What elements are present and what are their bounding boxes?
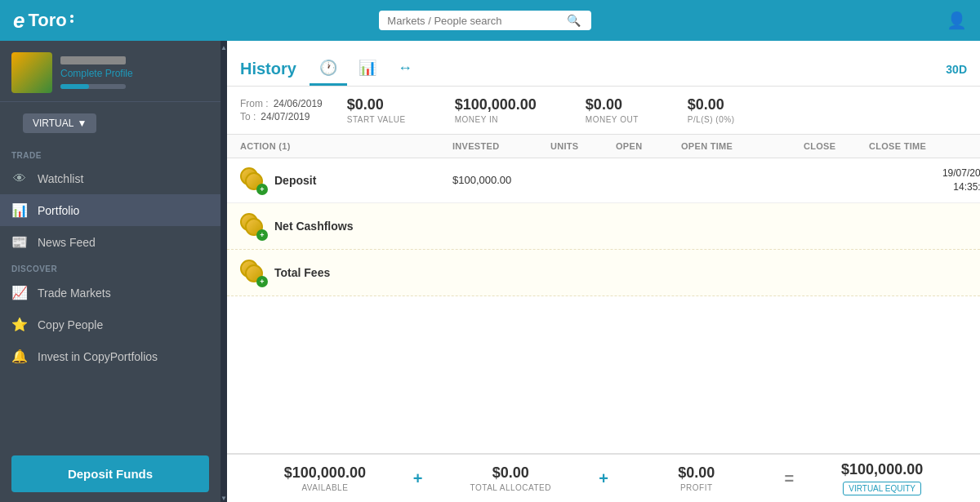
- main-content: History 🕐 📊 ↔ 30D From : 24/06/2019: [227, 41, 980, 502]
- deposit-close-time: 19/07/201914:35:53: [869, 167, 980, 194]
- sidebar-profile: Complete Profile: [0, 41, 220, 102]
- money-in-label: MONEY IN: [455, 115, 537, 124]
- summary-bar: From : 24/06/2019 To : 24/07/2019 $0.00 …: [227, 87, 980, 135]
- history-title: History: [240, 60, 296, 78]
- tab-history-transfer[interactable]: ↔: [388, 53, 422, 86]
- footer-profit: $0.00 PROFIT: [612, 464, 782, 492]
- footer-available-value: $100,000.00: [284, 464, 366, 482]
- deposit-invested: $100,000.00: [452, 174, 550, 186]
- footer-profit-value: $0.00: [678, 464, 715, 482]
- tab-history-pie[interactable]: 📊: [349, 52, 386, 86]
- complete-profile-link[interactable]: Complete Profile: [60, 68, 133, 79]
- footer-virtual-equity: $100,000.00 VIRTUAL EQUITY: [797, 461, 967, 495]
- from-label: From :: [240, 98, 269, 109]
- sidebar-item-label-copy-people: Copy People: [38, 318, 103, 331]
- sidebar-bottom: Deposit Funds: [0, 446, 220, 502]
- fees-coins-icon: +: [240, 260, 266, 286]
- sidebar-item-trade-markets[interactable]: 📈 Trade Markets: [0, 277, 220, 309]
- footer-plus1: +: [410, 469, 426, 488]
- money-in-stat: $100,000.00 MONEY IN: [455, 96, 537, 124]
- search-input[interactable]: [387, 15, 567, 27]
- sidebar: Complete Profile VIRTUAL ▼ TRADE 👁 Watch…: [0, 41, 220, 502]
- money-out-stat: $0.00 MONEY OUT: [586, 96, 639, 124]
- footer-available-label: AVAILABLE: [301, 483, 348, 492]
- footer-bar: $100,000.00 AVAILABLE + $0.00 TOTAL ALLO…: [227, 453, 980, 502]
- sidebar-item-label-watchlist: Watchlist: [38, 172, 83, 185]
- table-row: + Deposit $100,000.00 19/07/201914:35:53: [227, 158, 980, 203]
- sidebar-item-copy-people[interactable]: ⭐ Copy People: [0, 309, 220, 340]
- virtual-equity-badge: VIRTUAL EQUITY: [843, 482, 921, 495]
- pl-stat: $0.00 P/L(S) (0%): [688, 96, 735, 124]
- net-cashflows-label: + Net Cashflows: [240, 213, 452, 239]
- from-date: 24/06/2019: [274, 98, 323, 109]
- money-out-label: MONEY OUT: [586, 115, 639, 124]
- money-in-value: $100,000.00: [455, 96, 537, 113]
- sidebar-nav: TRADE 👁 Watchlist 📊 Portfolio 📰 News Fee…: [0, 144, 220, 446]
- profile-progress-bar: [60, 84, 133, 89]
- pl-value: $0.00: [688, 96, 735, 113]
- clock-icon: 🕐: [319, 59, 337, 77]
- footer-total-allocated: $0.00 TOTAL ALLOCATED: [425, 464, 595, 492]
- money-out-value: $0.00: [586, 96, 639, 113]
- col-action: ACTION (1): [240, 141, 452, 151]
- main-layout: Complete Profile VIRTUAL ▼ TRADE 👁 Watch…: [0, 41, 980, 502]
- table-header-row: ACTION (1) INVESTED UNITS OPEN OPEN TIME…: [227, 135, 980, 158]
- watchlist-icon: 👁: [11, 171, 28, 186]
- sidebar-item-label-copyportfolios: Invest in CopyPortfolios: [38, 350, 158, 363]
- sidebar-item-portfolio[interactable]: 📊 Portfolio: [0, 194, 220, 226]
- row-action-deposit: + Deposit: [240, 167, 452, 193]
- sidebar-item-news-feed[interactable]: 📰 News Feed: [0, 226, 220, 258]
- copyportfolios-icon: 🔔: [11, 349, 28, 364]
- profile-name-blur: [60, 56, 126, 64]
- footer-allocated-value: $0.00: [492, 464, 529, 482]
- start-value-stat: $0.00 START VALUE: [347, 96, 406, 124]
- footer-equals: =: [782, 469, 798, 488]
- total-fees-label: + Total Fees: [240, 260, 452, 286]
- net-cashflows-row: + Net Cashflows: [227, 203, 980, 250]
- sidebar-item-watchlist[interactable]: 👁 Watchlist: [0, 163, 220, 194]
- deposit-funds-button[interactable]: Deposit Funds: [11, 455, 209, 492]
- period-label[interactable]: 30D: [946, 63, 967, 76]
- start-value: $0.00: [347, 96, 406, 113]
- history-table: ACTION (1) INVESTED UNITS OPEN OPEN TIME…: [227, 135, 980, 453]
- search-bar: 🔍: [379, 11, 591, 30]
- section-label-discover: DISCOVER: [0, 258, 220, 277]
- sidebar-item-label-newsfeed: News Feed: [38, 236, 96, 249]
- logo: eToro: [13, 8, 74, 33]
- scroll-down-arrow[interactable]: ▼: [220, 495, 227, 502]
- copy-people-icon: ⭐: [11, 317, 28, 332]
- col-units: UNITS: [550, 141, 616, 151]
- pl-label: P/L(S) (0%): [688, 115, 735, 124]
- virtual-button[interactable]: VIRTUAL ▼: [23, 113, 96, 133]
- start-value-label: START VALUE: [347, 115, 406, 124]
- footer-profit-label: PROFIT: [680, 483, 713, 492]
- total-fees-row: + Total Fees: [227, 250, 980, 296]
- col-open: OPEN: [616, 141, 681, 151]
- col-invested: INVESTED: [452, 141, 550, 151]
- scroll-indicator: ▲ ▼: [220, 41, 227, 502]
- pie-chart-icon: 📊: [359, 59, 376, 77]
- search-icon: 🔍: [567, 14, 581, 27]
- to-label: To :: [240, 111, 256, 122]
- history-header: History 🕐 📊 ↔ 30D: [227, 41, 980, 87]
- col-close: CLOSE: [804, 141, 869, 151]
- footer-plus2: +: [595, 469, 612, 488]
- header-user-icon[interactable]: 👤: [947, 11, 967, 30]
- date-range: From : 24/06/2019 To : 24/07/2019: [240, 98, 323, 122]
- avatar: [11, 52, 52, 93]
- news-feed-icon: 📰: [11, 234, 28, 250]
- deposit-label: Deposit: [274, 174, 316, 187]
- logo-dots: [70, 15, 74, 23]
- tab-history-clock[interactable]: 🕐: [310, 52, 347, 86]
- history-tabs: 🕐 📊 ↔: [310, 52, 946, 86]
- footer-equity-value: $100,000.00: [841, 461, 923, 478]
- sidebar-item-copyportfolios[interactable]: 🔔 Invest in CopyPortfolios: [0, 340, 220, 372]
- portfolio-icon: 📊: [11, 202, 28, 218]
- sidebar-item-label-portfolio: Portfolio: [38, 204, 79, 217]
- scroll-up-arrow[interactable]: ▲: [220, 44, 227, 51]
- deposit-coins-icon: +: [240, 167, 266, 193]
- profile-info: Complete Profile: [60, 56, 133, 89]
- footer-available: $100,000.00 AVAILABLE: [240, 464, 410, 492]
- to-date: 24/07/2019: [261, 111, 310, 122]
- trade-markets-icon: 📈: [11, 285, 28, 300]
